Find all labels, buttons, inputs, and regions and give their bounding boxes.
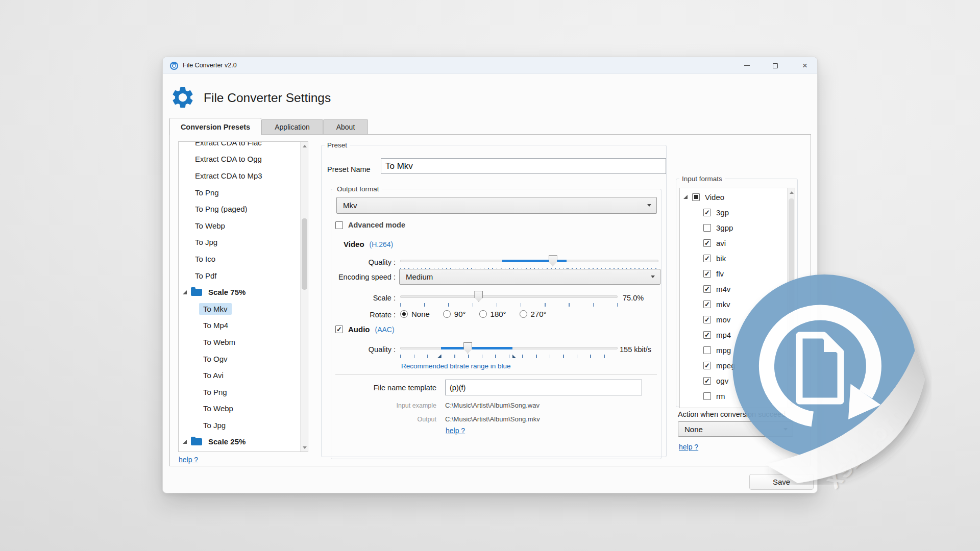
format-item[interactable]: ✓avi <box>680 235 787 251</box>
scroll-down-icon[interactable] <box>788 399 795 408</box>
scroll-down-icon[interactable] <box>301 443 308 452</box>
title-bar[interactable]: File Converter v2.0 × <box>163 57 817 74</box>
tab-about[interactable]: About <box>323 119 368 134</box>
radio-icon[interactable] <box>443 310 451 318</box>
scroll-thumb[interactable] <box>302 218 307 290</box>
close-button[interactable]: × <box>794 57 816 74</box>
format-checkbox[interactable] <box>703 346 711 354</box>
video-quality-slider[interactable] <box>400 255 658 266</box>
slider-thumb[interactable] <box>474 291 483 302</box>
rotate-option[interactable]: 90° <box>443 310 466 318</box>
preset-item-label: To Mp4 <box>199 319 232 331</box>
format-checkbox[interactable]: ✓ <box>703 300 711 308</box>
preset-item[interactable]: To Webp <box>179 217 300 234</box>
preset-item[interactable]: To Webp <box>179 400 300 417</box>
preset-item[interactable]: Extract CDA to Mp3 <box>179 167 300 184</box>
format-item[interactable]: ✓ogv <box>680 373 787 388</box>
format-item[interactable]: ✓bik <box>680 251 787 266</box>
rotate-options: None90°180°270° <box>400 310 547 318</box>
tab-conversion-presets[interactable]: Conversion Presets <box>169 118 261 135</box>
format-checkbox[interactable]: ✓ <box>703 209 711 216</box>
preset-item[interactable]: To Png (paged) <box>179 201 300 217</box>
minimize-button[interactable] <box>736 57 758 74</box>
encoding-speed-dropdown[interactable]: Medium <box>399 269 660 285</box>
expander-icon[interactable] <box>683 195 688 199</box>
format-checkbox[interactable]: ✓ <box>703 331 711 339</box>
preset-folder[interactable]: Scale 25% <box>179 434 300 450</box>
format-item[interactable]: ✓mp4 <box>680 327 787 342</box>
preset-item[interactable]: To Ico <box>179 251 300 267</box>
format-item[interactable]: ✓mpeg <box>680 358 787 373</box>
format-checkbox[interactable]: ✓ <box>703 377 711 385</box>
chevron-down-icon <box>651 276 655 278</box>
format-checkbox[interactable]: ✓ <box>703 270 711 278</box>
tab-application[interactable]: Application <box>261 119 323 134</box>
audio-checkbox[interactable]: ✓ <box>335 325 343 333</box>
output-format-dropdown[interactable]: Mkv <box>336 197 657 214</box>
preset-item[interactable]: To Avi <box>179 367 300 384</box>
format-checkbox[interactable]: ✓ <box>703 362 711 369</box>
preset-item[interactable]: To Webm <box>179 334 300 350</box>
format-item[interactable]: 3gpp <box>680 220 787 235</box>
radio-icon[interactable] <box>400 310 408 318</box>
format-checkbox[interactable]: ✓ <box>703 316 711 323</box>
tab-strip: Conversion PresetsApplicationAbout <box>169 118 368 135</box>
preset-item[interactable]: To Pdf <box>179 267 300 284</box>
expander-icon[interactable] <box>183 290 187 294</box>
presets-help-link[interactable]: help ? <box>179 456 198 464</box>
format-checkbox[interactable] <box>703 392 711 400</box>
maximize-button[interactable] <box>764 57 787 74</box>
preset-item[interactable]: To Jpg <box>179 234 300 251</box>
format-item[interactable]: ✓m4v <box>680 281 787 296</box>
preset-item[interactable]: To Mkv <box>179 300 300 317</box>
preset-item[interactable]: To Jpg <box>179 417 300 434</box>
scroll-up-icon[interactable] <box>301 142 308 150</box>
format-checkbox[interactable]: ✓ <box>703 285 711 293</box>
slider-thumb[interactable] <box>463 342 472 354</box>
format-item[interactable]: rm <box>680 388 787 404</box>
format-root-video[interactable]: Video <box>680 189 787 205</box>
preset-item[interactable]: To Ogv <box>179 350 300 367</box>
rotate-option[interactable]: None <box>400 310 430 318</box>
preset-item[interactable]: Extract CDA to Flac <box>179 142 300 151</box>
slider-thumb[interactable] <box>549 255 557 266</box>
format-item[interactable]: ✓flv <box>680 266 787 281</box>
preset-item-label: To Png <box>199 386 231 398</box>
scale-slider[interactable] <box>400 291 618 302</box>
video-root-checkbox[interactable] <box>692 193 700 201</box>
radio-icon[interactable] <box>520 310 527 318</box>
preset-item-label: To Png <box>191 187 223 198</box>
template-help-link[interactable]: help ? <box>446 427 465 435</box>
preset-list-scrollbar[interactable] <box>300 142 308 452</box>
action-dropdown[interactable]: None <box>678 421 793 437</box>
format-label: mkv <box>716 300 730 309</box>
save-button[interactable]: Save <box>749 474 814 490</box>
audio-quality-slider[interactable] <box>400 342 618 354</box>
scroll-up-icon[interactable] <box>788 188 795 196</box>
rotate-option[interactable]: 270° <box>520 310 547 318</box>
formats-help-link[interactable]: help ? <box>679 443 698 451</box>
format-item[interactable]: mpg <box>680 342 787 358</box>
preset-item[interactable]: Extract CDA to Ogg <box>179 151 300 168</box>
format-item[interactable]: ✓mov <box>680 312 787 327</box>
scroll-thumb[interactable] <box>789 198 794 367</box>
preset-item[interactable]: To Png <box>179 384 300 400</box>
format-checkbox[interactable]: ✓ <box>703 239 711 247</box>
radio-icon[interactable] <box>479 310 487 318</box>
formats-scrollbar[interactable] <box>787 188 795 408</box>
preset-legend: Preset <box>325 141 350 149</box>
preset-name-input[interactable] <box>381 158 666 174</box>
preset-folder[interactable]: Scale 75% <box>179 284 300 300</box>
expander-icon[interactable] <box>183 440 187 444</box>
preset-item-label: To Avi <box>199 369 228 381</box>
rotate-option[interactable]: 180° <box>479 310 506 318</box>
preset-item[interactable]: To Mp4 <box>179 317 300 334</box>
format-item[interactable]: ✓mkv <box>680 296 787 312</box>
advanced-mode-checkbox[interactable] <box>335 221 343 229</box>
preset-list: Extract CDA to FlacExtract CDA to OggExt… <box>179 142 300 452</box>
format-item[interactable]: ✓3gp <box>680 205 787 220</box>
format-checkbox[interactable]: ✓ <box>703 255 711 262</box>
format-checkbox[interactable] <box>703 224 711 232</box>
file-name-template-input[interactable] <box>445 380 642 395</box>
preset-item[interactable]: To Png <box>179 184 300 201</box>
